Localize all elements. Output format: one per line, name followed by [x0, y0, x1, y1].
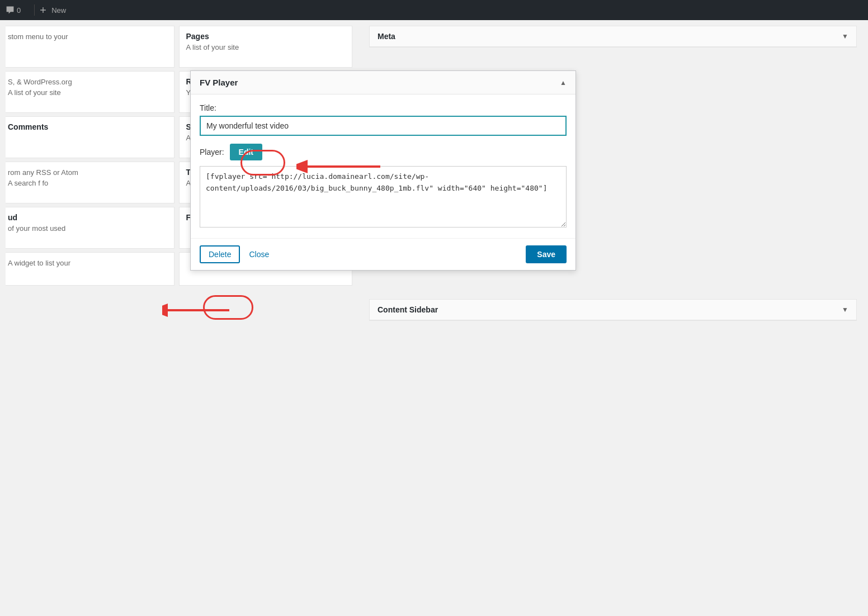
widget-wp-org-title: S, & WordPress.org	[8, 77, 167, 88]
fv-modal-body: Title: Player: Edit [fvplayer src="http:…	[191, 94, 575, 238]
admin-bar: 0 New	[0, 0, 868, 20]
content-sidebar-arrow: ▼	[842, 306, 848, 314]
title-label: Title:	[200, 103, 567, 112]
content-sidebar-name: Content Sidebar	[378, 305, 438, 314]
widget-comments-title: Comments	[8, 122, 167, 131]
content-sidebar-box: Content Sidebar ▼	[369, 299, 857, 321]
comment-icon	[6, 6, 15, 15]
widget-pages[interactable]: Pages A list of your site	[179, 26, 353, 68]
widget-rss-title: rom any RSS or Atom	[8, 168, 167, 178]
fv-player-modal: FV Player ▲ Title: Player: Edit [fvplaye…	[190, 70, 576, 271]
fv-modal-header[interactable]: FV Player ▲	[191, 71, 575, 94]
main-content: stom menu to your Pages A list of your s…	[0, 20, 868, 616]
new-label: New	[51, 6, 66, 15]
footer-left-actions: Delete Close	[200, 245, 269, 263]
widget-row-1: stom menu to your Pages A list of your s…	[0, 26, 358, 68]
meta-sidebar-header[interactable]: Meta ▼	[370, 26, 856, 47]
content-sidebar-header[interactable]: Content Sidebar ▼	[370, 300, 856, 320]
save-button[interactable]: Save	[526, 245, 567, 263]
widget-rss-trunc[interactable]: rom any RSS or Atom A search f fo	[6, 162, 174, 203]
widget-fourteen-desc: A widget to list your	[8, 258, 167, 269]
widget-wp-org-trunc[interactable]: S, & WordPress.org A list of your site	[6, 71, 174, 113]
delete-button[interactable]: Delete	[200, 245, 240, 263]
widget-fourteen-desc-trunc[interactable]: A widget to list your	[6, 252, 174, 286]
player-label: Player:	[200, 148, 224, 157]
widget-tag-cloud-desc: of your most used	[8, 224, 167, 234]
meta-sidebar-arrow: ▼	[842, 32, 848, 40]
widget-comments-trunc[interactable]: Comments	[6, 116, 174, 158]
admin-bar-new[interactable]: New	[39, 6, 66, 15]
widget-pages-title: Pages	[186, 32, 346, 41]
close-link[interactable]: Close	[249, 250, 269, 259]
widget-custom-menu-title-trunc: stom menu to your	[8, 32, 167, 42]
fv-modal-footer: Delete Close Save	[191, 238, 575, 270]
widget-custom-menu[interactable]: stom menu to your	[6, 26, 174, 68]
edit-button[interactable]: Edit	[230, 144, 262, 160]
fv-modal-title: FV Player	[200, 78, 238, 87]
comment-count: 0	[17, 6, 21, 15]
meta-sidebar-box: Meta ▼	[369, 26, 857, 48]
title-input[interactable]	[200, 116, 567, 136]
widget-wp-org-desc: A list of your site	[8, 88, 167, 98]
shortcode-textarea[interactable]: [fvplayer src="http://lucia.domainearl.c…	[200, 166, 567, 228]
player-row: Player: Edit	[200, 144, 567, 160]
widget-tag-cloud-trunc[interactable]: ud of your most used	[6, 207, 174, 249]
widget-rss-desc: A search f fo	[8, 178, 167, 189]
fv-modal-collapse-arrow[interactable]: ▲	[560, 79, 567, 87]
divider	[34, 4, 35, 16]
meta-sidebar-name: Meta	[378, 32, 395, 41]
admin-bar-comments[interactable]: 0	[6, 6, 21, 15]
plus-icon	[39, 6, 47, 14]
widget-pages-desc: A list of your site	[186, 42, 346, 53]
widget-tag-cloud-title: ud	[8, 213, 167, 222]
